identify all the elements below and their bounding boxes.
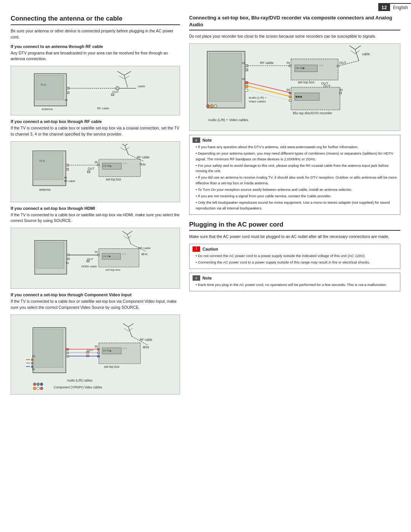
svg-text:IN: IN — [95, 250, 98, 254]
svg-rect-18 — [111, 94, 114, 96]
page-bar: 12 English — [378, 3, 411, 11]
svg-text:IN: IN — [32, 367, 35, 371]
svg-rect-81 — [66, 348, 68, 350]
svg-rect-82 — [66, 352, 68, 354]
svg-rect-119 — [245, 69, 248, 71]
svg-point-162 — [214, 105, 217, 108]
svg-text:set-top box: set-top box — [105, 268, 120, 272]
right-intro-text: Do not place your recorder too close to … — [189, 34, 400, 40]
svg-line-98 — [128, 327, 132, 336]
svg-line-13 — [118, 71, 124, 75]
svg-line-137 — [349, 46, 355, 50]
svg-rect-74 — [32, 362, 33, 364]
note-icon-plug: ≡ — [193, 275, 200, 281]
body-hdmi: If the TV is connected to a cable box or… — [11, 212, 180, 224]
page-number: 12 — [378, 4, 390, 11]
svg-rect-131 — [289, 65, 292, 67]
note-label-main: Note — [202, 138, 212, 142]
svg-text:HDMI cable: HDMI cable — [81, 265, 97, 268]
svg-line-38 — [125, 144, 130, 146]
right-diagram-composite: IN IN RF cable CH 20▶ ○○○ IN OUT set-top… — [189, 43, 400, 131]
diagram-rf-antenna: antenna 75 Ω IN RF cable cable — [11, 66, 180, 115]
left-section-title: Connecting the antenna or the cable — [11, 14, 180, 25]
svg-rect-154 — [289, 100, 292, 102]
svg-rect-20 — [35, 152, 63, 179]
body-rf-settop: If the TV is connected to a cable box or… — [11, 125, 180, 137]
svg-rect-1 — [36, 75, 64, 100]
svg-text:cable: cable — [138, 85, 145, 88]
svg-rect-97 — [97, 355, 99, 357]
svg-text:◼◼◼: ◼◼◼ — [295, 95, 302, 98]
svg-rect-43 — [140, 163, 142, 165]
svg-rect-122 — [245, 89, 248, 91]
svg-text:CH 20▶: CH 20▶ — [103, 349, 112, 352]
diagram-component: IN IN OUT IN — [11, 315, 180, 395]
note-bullet-1: Depending on your antenna system, you ma… — [196, 151, 397, 162]
svg-rect-117 — [209, 53, 241, 102]
svg-text:IN: IN — [242, 61, 245, 65]
svg-text:set-top box: set-top box — [104, 365, 119, 369]
note-bullet-4: To Turn On your reception source easily … — [196, 187, 397, 192]
svg-rect-49 — [67, 258, 69, 260]
svg-text:IN: IN — [95, 345, 98, 348]
svg-point-115 — [40, 387, 43, 390]
svg-rect-95 — [97, 348, 99, 350]
svg-line-62 — [122, 231, 127, 235]
note-bullet-2: For your safety and to avoid damage to t… — [196, 163, 397, 174]
svg-text:IN: IN — [64, 176, 67, 179]
svg-rect-118 — [245, 65, 248, 67]
diagram-rf-settop: antenna 75 Ω IN RF cable CH 20▶ ○○○ OUT — [11, 141, 180, 202]
svg-point-112 — [40, 383, 43, 385]
caution-box: ! Caution Do not connect the AC power co… — [189, 244, 400, 269]
svg-rect-105 — [143, 346, 145, 348]
svg-text:antenna: antenna — [39, 188, 51, 192]
caution-bullet-1: Connecting the AC power cord to a power … — [196, 260, 397, 265]
note-bullet-3: If you did use an antenna to receive Ana… — [196, 175, 397, 186]
svg-rect-59 — [97, 254, 99, 256]
svg-text:OUT: OUT — [321, 81, 328, 85]
svg-rect-96 — [97, 352, 99, 354]
svg-rect-121 — [245, 85, 248, 88]
svg-rect-83 — [66, 355, 68, 357]
caution-header: ! Caution — [193, 246, 397, 252]
svg-line-64 — [123, 236, 127, 238]
svg-rect-133 — [337, 65, 339, 67]
svg-text:Blu-ray disc/DVD recorder: Blu-ray disc/DVD recorder — [293, 111, 332, 115]
page-language: English — [390, 4, 411, 11]
right-column: Connecting a set-top box, Blu-ray/DVD re… — [189, 14, 400, 398]
plug-body-text: Make sure that the AC power cord must be… — [189, 234, 400, 240]
svg-text:IN: IN — [287, 88, 290, 92]
svg-text:IN: IN — [66, 262, 69, 265]
svg-text:CH 20▶: CH 20▶ — [103, 165, 112, 167]
svg-rect-153 — [289, 96, 292, 98]
svg-text:CH 20▶: CH 20▶ — [295, 67, 305, 70]
svg-text:RF cable: RF cable — [64, 179, 75, 183]
svg-text:set-top box: set-top box — [298, 80, 315, 84]
note-header-plug: ≡ Note — [193, 275, 397, 281]
svg-text:RF cable: RF cable — [260, 61, 274, 65]
svg-text:set-top box: set-top box — [106, 177, 121, 181]
note-box-main: ≡ Note If you have any question about th… — [189, 135, 400, 215]
svg-text:antenna: antenna — [42, 107, 53, 111]
right-section-title: Connecting a set-top box, Blu-ray/DVD re… — [189, 14, 400, 30]
left-column: Connecting the antenna or the cable Be s… — [11, 14, 180, 398]
svg-line-100 — [128, 323, 134, 327]
svg-line-39 — [120, 147, 125, 150]
note-plug-bullet-0: Each time you plug in the AC power cord,… — [196, 282, 397, 288]
sub-heading-component: If you connect a set-top box through Com… — [11, 292, 180, 297]
left-intro-text: Be sure your antenna or other device is … — [11, 28, 180, 40]
svg-text:RF cable: RF cable — [140, 338, 152, 342]
svg-rect-48 — [67, 254, 69, 256]
diagram-hdmi: IN HDMI cable OUT CH 20▶ ○○○ IN — [11, 228, 180, 289]
svg-rect-152 — [289, 92, 292, 94]
note-header-main: ≡ Note — [193, 137, 397, 143]
svg-text:IN: IN — [32, 354, 35, 358]
svg-line-63 — [127, 231, 132, 235]
svg-point-161 — [210, 105, 213, 108]
svg-point-160 — [207, 105, 210, 108]
note-box-plug: ≡ Note Each time you plug in the AC powe… — [189, 273, 400, 291]
body-rf-antenna: Any DTV programs that are broadcasted in… — [11, 50, 180, 62]
svg-rect-24 — [66, 168, 68, 170]
svg-rect-32 — [97, 164, 99, 166]
svg-text:IN: IN — [287, 61, 290, 65]
